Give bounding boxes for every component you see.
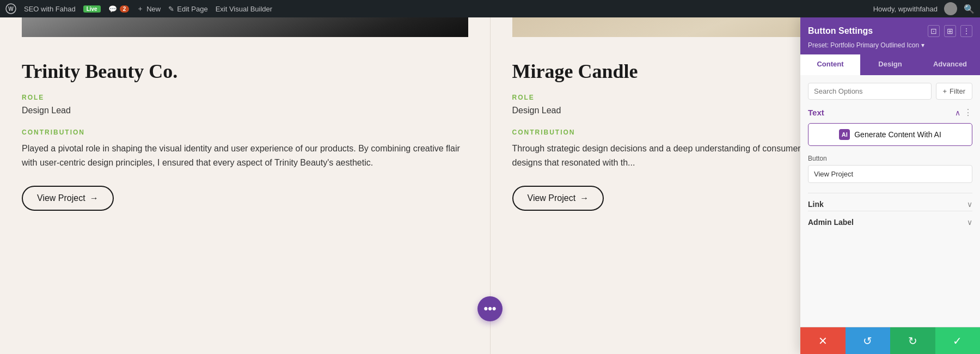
panel-footer: ✕ ↺ ↻ ✓ — [800, 327, 980, 354]
filter-plus-icon: + — [943, 87, 947, 95]
preset-chevron: ▾ — [921, 41, 924, 49]
edit-page-label: Edit Page — [177, 5, 207, 13]
redo-button[interactable]: ↻ — [890, 327, 935, 354]
comments-count: 2 — [120, 5, 130, 13]
arrow-icon: → — [90, 193, 99, 203]
trinity-btn-label: View Project — [37, 193, 85, 203]
button-settings-panel: Button Settings ⊡ ⊞ ⋮ Preset: Portfolio … — [800, 17, 980, 354]
panel-header-icons: ⊡ ⊞ ⋮ — [928, 25, 972, 37]
redo-icon: ↻ — [908, 334, 917, 347]
link-section-title: Link — [808, 200, 824, 209]
link-section-header[interactable]: Link ∨ — [808, 200, 972, 209]
live-badge: Live — [83, 5, 101, 13]
panel-header-top: Button Settings ⊡ ⊞ ⋮ — [808, 25, 972, 37]
panel-preset[interactable]: Preset: Portfolio Primary Outlined Icon … — [808, 41, 972, 49]
admin-label-section-header[interactable]: Admin Label ∨ — [808, 218, 972, 227]
confirm-button[interactable]: ✓ — [935, 327, 981, 354]
link-section: Link ∨ — [808, 193, 972, 209]
howdy-text: Howdy, wpwithfahad — [873, 5, 938, 13]
search-filter-row: + Filter — [808, 83, 972, 100]
ai-generate-label: Generate Content With AI — [854, 130, 941, 139]
comments-item[interactable]: 💬 2 — [108, 5, 130, 13]
comment-icon: 💬 — [108, 5, 117, 13]
svg-text:W: W — [8, 6, 14, 12]
panel-tabs: Content Design Advanced — [800, 54, 980, 75]
new-label: New — [146, 5, 161, 13]
edit-page-item[interactable]: ✎ Edit Page — [168, 5, 207, 13]
tab-content-label: Content — [817, 60, 843, 68]
undo-button[interactable]: ↺ — [846, 327, 891, 354]
preset-text: Preset: Portfolio Primary Outlined Icon — [808, 41, 919, 49]
dots-icon: ••• — [483, 302, 496, 316]
exit-builder-label: Exit Visual Builder — [216, 5, 273, 13]
site-name-item[interactable]: SEO with Fahad — [24, 5, 76, 13]
plus-icon: ＋ — [137, 4, 144, 14]
button-field-label: Button — [808, 155, 972, 162]
new-item[interactable]: ＋ New — [137, 4, 161, 14]
text-section-header: Text ∧ ⋮ — [808, 107, 972, 118]
mirage-view-project-btn[interactable]: View Project → — [512, 186, 604, 211]
exit-builder-item[interactable]: Exit Visual Builder — [216, 5, 273, 13]
wp-logo-icon: W — [5, 3, 16, 14]
panel-resize-icon[interactable]: ⊡ — [928, 25, 940, 37]
link-chevron-icon: ∨ — [967, 200, 972, 209]
live-badge-item[interactable]: Live — [83, 5, 101, 13]
card-image-trinity — [22, 17, 468, 37]
panel-columns-icon[interactable]: ⊞ — [944, 25, 956, 37]
panel-title: Button Settings — [808, 26, 873, 36]
panel-header: Button Settings ⊡ ⊞ ⋮ Preset: Portfolio … — [800, 17, 980, 54]
ai-icon: AI — [839, 129, 850, 140]
undo-icon: ↺ — [863, 334, 872, 347]
search-input-wrapper — [808, 83, 932, 100]
text-dots-icon[interactable]: ⋮ — [964, 107, 972, 118]
ai-generate-button[interactable]: AI Generate Content With AI — [808, 123, 972, 146]
wp-logo-item[interactable]: W — [5, 3, 16, 14]
text-chevron-icon[interactable]: ∧ — [955, 108, 960, 117]
panel-body: + Filter Text ∧ ⋮ AI Generate Content Wi… — [800, 75, 980, 327]
text-section-title: Text — [808, 108, 824, 117]
main-content: Trinity Beauty Co. ROLE Design Lead CONT… — [0, 17, 980, 354]
cancel-icon: ✕ — [818, 334, 828, 347]
card-trinity: Trinity Beauty Co. ROLE Design Lead CONT… — [0, 17, 491, 354]
trinity-title: Trinity Beauty Co. — [22, 60, 468, 83]
mirage-arrow-icon: → — [580, 193, 589, 203]
trinity-contribution-label: CONTRIBUTION — [22, 129, 468, 136]
pencil-icon: ✎ — [168, 5, 174, 13]
text-section-controls: ∧ ⋮ — [955, 107, 972, 118]
tab-design[interactable]: Design — [860, 54, 920, 75]
tab-advanced-label: Advanced — [933, 60, 967, 68]
card-image-dark — [22, 17, 468, 37]
trinity-view-project-btn[interactable]: View Project → — [22, 186, 114, 211]
admin-label-section: Admin Label ∨ — [808, 211, 972, 227]
trinity-role-label: ROLE — [22, 94, 468, 101]
search-options-input[interactable] — [808, 83, 932, 100]
avatar — [944, 2, 957, 15]
floating-action-btn[interactable]: ••• — [477, 296, 503, 321]
site-name: SEO with Fahad — [24, 5, 76, 13]
trinity-role-value: Design Lead — [22, 106, 468, 115]
filter-button[interactable]: + Filter — [936, 83, 972, 100]
admin-bar-right: Howdy, wpwithfahad 🔍 — [873, 2, 975, 15]
admin-bar: W SEO with Fahad Live 💬 2 ＋ New ✎ Edit P… — [0, 0, 980, 17]
tab-design-label: Design — [878, 60, 902, 68]
admin-label-title: Admin Label — [808, 218, 854, 227]
mirage-btn-label: View Project — [528, 193, 576, 203]
trinity-contribution-text: Played a pivotal role in shaping the vis… — [22, 142, 468, 170]
admin-label-chevron-icon: ∨ — [967, 218, 972, 227]
tab-advanced[interactable]: Advanced — [920, 54, 980, 75]
search-icon[interactable]: 🔍 — [964, 4, 975, 14]
button-text-input[interactable] — [808, 165, 972, 183]
cancel-button[interactable]: ✕ — [800, 327, 846, 354]
panel-more-icon[interactable]: ⋮ — [960, 25, 972, 37]
confirm-icon: ✓ — [953, 334, 962, 347]
filter-label: Filter — [950, 87, 965, 95]
tab-content[interactable]: Content — [800, 54, 860, 75]
